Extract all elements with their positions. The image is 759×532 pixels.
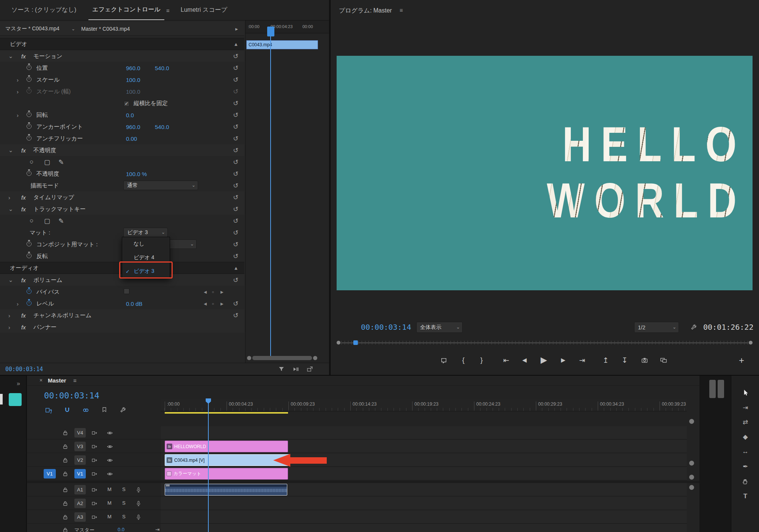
value-x[interactable]: 960.0 [126,123,140,130]
linked-selection-icon[interactable] [82,407,89,414]
value[interactable]: 0.0 [126,112,134,118]
value-y[interactable]: 540.0 [155,65,169,71]
mic-icon[interactable] [135,501,142,507]
bypass-checkbox[interactable] [124,288,129,295]
reset-icon[interactable]: ↺ [233,240,238,248]
program-scrubber[interactable] [337,340,753,345]
track-resize-handle[interactable] [689,419,694,424]
property-row-rotation[interactable]: › 回転 0.0 ↺ [0,109,244,121]
section-video[interactable]: ビデオ ▴ [0,38,244,50]
tool-track-select[interactable]: ⇥ [731,404,759,412]
menu-item-none[interactable]: なし [122,237,170,251]
master-level-value[interactable]: 0.0 [118,527,124,532]
lift-button[interactable]: ↥ [600,356,611,365]
value-y[interactable]: 540.0 [155,123,169,130]
effect-row-time-remap[interactable]: › fx タイムリマップ ↺ [0,191,244,203]
lock-icon[interactable] [62,457,68,463]
mic-icon[interactable] [135,514,142,520]
uniform-scale-checkbox[interactable]: ✓ [124,100,129,107]
tool-slip[interactable]: ↔ [731,448,759,455]
zoom-dropdown[interactable]: 1/2⌄ [634,322,679,333]
play-panel-icon[interactable]: ▸ [235,26,238,32]
timeline-settings-wrench-icon[interactable] [120,407,126,413]
playhead-handle[interactable] [267,27,274,36]
reset-icon[interactable]: ↺ [233,181,238,189]
chevron-down-icon[interactable]: ⌄ [71,26,75,31]
stopwatch-icon[interactable] [27,288,31,295]
blend-mode-dropdown[interactable]: 通常⌄ [123,181,198,190]
solo-button[interactable]: S [122,486,126,492]
source-patch-v1[interactable]: V1 [44,469,56,478]
add-button[interactable]: + [736,355,747,366]
fx-badge-icon[interactable]: fx [21,206,26,212]
reset-icon[interactable]: ↺ [233,193,238,201]
stopwatch-icon[interactable] [27,241,31,247]
scrollbar-right-knob[interactable] [313,356,317,360]
track-lane[interactable]: カラーマット [161,467,687,480]
add-marker-icon[interactable] [101,407,107,413]
effect-mini-timeline[interactable]: :00:00 00:00:04:23 00:00 C0043.mp4 [245,20,329,363]
filter-properties-icon[interactable] [278,366,285,372]
track-lane[interactable] [161,510,687,524]
value[interactable]: 100.0 [126,76,140,83]
add-keyframe-icon[interactable]: ○ [212,301,214,305]
tool-hand[interactable] [742,478,749,485]
lock-icon[interactable] [62,471,68,477]
property-row-anchor-point[interactable]: アンカーポイント 960.0 540.0 ↺ [0,121,244,132]
lock-icon[interactable] [62,514,68,520]
track-name-a2[interactable]: A2 [74,499,86,508]
property-row-opacity[interactable]: 不透明度 100.0 % ↺ [0,168,244,179]
fit-dropdown[interactable]: 全体表示⌄ [416,322,463,333]
sync-lock-icon[interactable] [91,501,98,507]
go-to-in-button[interactable]: ⇤ [501,356,512,365]
reset-icon[interactable]: ↺ [233,52,238,60]
tab-sequence-master[interactable]: Master [48,377,66,384]
reset-icon[interactable]: ↺ [233,76,238,83]
collapse-section-icon[interactable]: ▴ [235,264,238,271]
mini-clip-bar[interactable]: C0043.mp4 [246,40,318,49]
program-timecode[interactable]: 00:00:03:14 [361,323,411,332]
go-to-out-button[interactable]: ⇥ [576,356,588,365]
effect-row-opacity[interactable]: ⌄ fx 不透明度 ↺ [0,144,244,156]
sync-lock-icon[interactable] [91,514,98,520]
close-icon[interactable]: × [39,377,43,383]
chevron-right-icon[interactable]: › [17,300,19,307]
clip-color-matte[interactable]: カラーマット [165,468,288,480]
sync-lock-icon[interactable] [91,430,98,436]
track-lane[interactable]: fxHELLOWORLD [161,440,687,453]
stopwatch-icon[interactable] [27,65,31,71]
reset-icon[interactable]: ↺ [233,123,238,131]
prev-keyframe-icon[interactable]: ◀ [204,290,207,294]
mic-icon[interactable] [135,487,142,493]
track-name-v2[interactable]: V2 [74,455,86,465]
extract-button[interactable]: ↧ [619,356,630,365]
expand-panel-icon[interactable]: » [17,380,20,387]
add-marker-icon[interactable] [441,357,447,364]
lock-icon[interactable] [62,444,68,450]
sync-lock-icon[interactable] [91,487,98,493]
reset-icon[interactable]: ↺ [233,158,238,166]
reset-icon[interactable]: ↺ [233,64,238,72]
value-x[interactable]: 960.0 [126,65,140,71]
fx-badge-icon[interactable]: fx [21,312,26,318]
reset-icon[interactable]: ↺ [233,276,238,284]
pen-mask-icon[interactable]: ✎ [58,217,64,225]
export-frame-camera-icon[interactable] [641,357,648,364]
footer-timecode[interactable]: 00:00:03:14 [5,366,43,373]
sync-lock-icon[interactable] [91,471,98,477]
chevron-right-icon[interactable]: › [8,324,10,330]
clip-c0043-selected[interactable]: fxC0043.mp4 [V] [165,454,290,466]
eye-icon[interactable] [107,457,113,463]
insert-as-nest-icon[interactable] [45,407,52,414]
property-row-scale[interactable]: › スケール 100.0 ↺ [0,74,244,85]
ellipse-mask-icon[interactable]: ○ [30,158,33,166]
fx-badge-icon[interactable]: fx [21,147,26,153]
mini-playhead-line[interactable] [270,36,271,356]
solo-button[interactable]: S [122,500,126,506]
property-row-uniform-scale[interactable]: ✓ 縦横比を固定 ↺ [0,97,244,109]
fx-badge-icon[interactable]: fx [21,53,26,59]
mute-button[interactable]: M [107,514,112,519]
reset-icon[interactable]: ↺ [233,299,238,307]
play-button[interactable]: ▶ [538,355,550,365]
collapse-section-icon[interactable]: ▴ [235,41,238,47]
